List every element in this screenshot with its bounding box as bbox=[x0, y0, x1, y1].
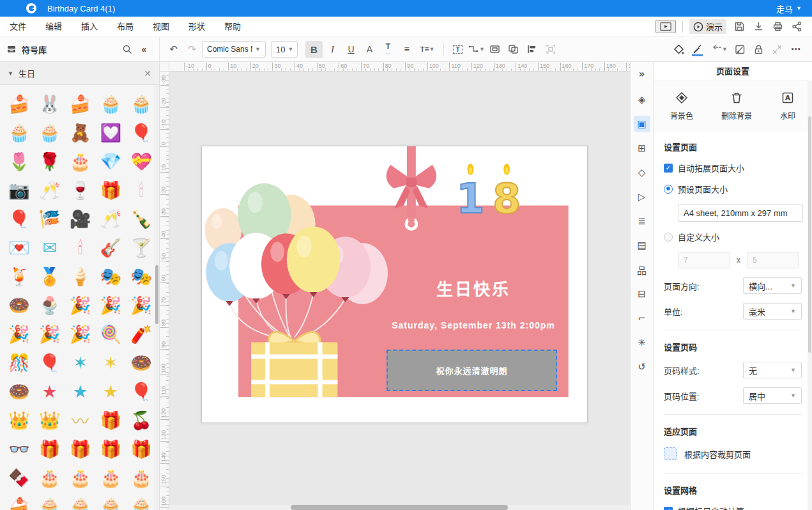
line-color-button[interactable] bbox=[689, 41, 706, 58]
video-camera-icon[interactable]: 🎥 bbox=[65, 205, 96, 233]
cheers-short-icon[interactable]: 🍷 bbox=[65, 176, 96, 204]
scrollbar-thumb[interactable] bbox=[155, 265, 158, 324]
tulip-icon[interactable]: 🌷 bbox=[4, 148, 34, 175]
heart-balloon-pair-icon[interactable]: 🎈 bbox=[34, 349, 65, 376]
crop-to-content-button[interactable]: 根据内容裁剪页面 bbox=[664, 447, 802, 460]
heart-cake-icon[interactable]: 🍰 bbox=[4, 90, 34, 118]
unit-select[interactable]: 毫米▼ bbox=[743, 303, 802, 320]
cocktail-lemon-icon[interactable]: 🍹 bbox=[4, 263, 34, 290]
font-family-select[interactable]: Comic Sans MS▼ bbox=[202, 41, 266, 58]
radio-unselected-icon[interactable] bbox=[664, 233, 673, 242]
orientation-select[interactable]: 横向...▼ bbox=[743, 277, 802, 294]
components-icon[interactable]: ⊞ bbox=[634, 140, 650, 157]
party-hat-cyan-icon[interactable]: 🎉 bbox=[95, 291, 126, 319]
present-button[interactable]: 演示 bbox=[689, 19, 726, 34]
guitar-icon[interactable]: 🎸 bbox=[95, 234, 126, 261]
party-hat-stripe-icon[interactable]: 🎉 bbox=[65, 320, 96, 348]
cheers-wine-icon[interactable]: 🥂 bbox=[34, 176, 65, 204]
save-button[interactable] bbox=[733, 21, 746, 33]
underline-button[interactable]: U bbox=[342, 41, 360, 58]
party-hat-green-icon[interactable]: 🎉 bbox=[65, 291, 96, 319]
cupcake-chocolate-icon[interactable]: 🧁 bbox=[126, 493, 157, 510]
donut-red-icon[interactable]: 🍩 bbox=[4, 378, 34, 405]
auto-expand-row[interactable]: ✓ 自动拓展页面大小 bbox=[664, 162, 802, 174]
balloon-cluster[interactable] bbox=[204, 183, 388, 306]
star-yellow-icon[interactable]: ★ bbox=[95, 378, 126, 405]
close-icon[interactable]: ✕ bbox=[144, 68, 151, 79]
page-settings-icon[interactable]: ▣ bbox=[634, 116, 650, 132]
auto-calc-row[interactable]: ✓ 根据标尺自动计算 bbox=[664, 505, 802, 510]
donut-chocolate-icon[interactable]: 🍩 bbox=[126, 349, 157, 376]
width-input[interactable]: 7 bbox=[678, 252, 730, 268]
donut-pink-icon[interactable]: 🍩 bbox=[4, 291, 34, 319]
bunting-icon[interactable]: 🎏 bbox=[34, 205, 65, 233]
align-button[interactable]: ≡ bbox=[398, 41, 415, 58]
party-hat-teal-icon[interactable]: 🎉 bbox=[4, 320, 34, 348]
h-scrollbar[interactable] bbox=[169, 505, 630, 510]
italic-button[interactable]: I bbox=[324, 41, 341, 58]
hbd-heart-icon[interactable]: 💟 bbox=[95, 119, 126, 146]
teddy-bear-icon[interactable]: 🧸 bbox=[65, 119, 96, 146]
cupcake-swirl-icon[interactable]: 🧁 bbox=[95, 90, 126, 118]
user-menu[interactable]: 走马▼ bbox=[776, 3, 802, 15]
preset-size-row[interactable]: 预设页面大小 bbox=[664, 183, 802, 195]
fill-color-button[interactable] bbox=[670, 41, 687, 58]
bold-button[interactable]: B bbox=[305, 41, 323, 58]
print-button[interactable] bbox=[771, 21, 784, 33]
party-hat-blue-icon[interactable]: 🎉 bbox=[126, 291, 157, 319]
chocolate-cake-icon[interactable]: 🎂 bbox=[34, 464, 65, 491]
sundae-icon[interactable]: 🍨 bbox=[34, 291, 65, 319]
envelope-open-icon[interactable]: ✉ bbox=[34, 234, 65, 261]
height-input[interactable]: 5 bbox=[747, 252, 799, 268]
gift-yellow-icon[interactable]: 🎁 bbox=[95, 406, 126, 434]
star-blue-icon[interactable]: ★ bbox=[65, 378, 96, 405]
line-style-button[interactable]: ▼ bbox=[707, 41, 730, 58]
document-page[interactable]: 1 8 bbox=[201, 146, 588, 423]
undo-button[interactable]: ↶ bbox=[165, 41, 182, 58]
cupcake-candle-icon[interactable]: 🧁 bbox=[65, 493, 96, 510]
text-box-button[interactable]: T bbox=[449, 41, 466, 58]
lock-button[interactable] bbox=[750, 41, 767, 58]
mask-navy-icon[interactable]: 🎭 bbox=[126, 263, 157, 290]
award-rosette-icon[interactable]: 🏅 bbox=[34, 263, 65, 290]
heart-box-icon[interactable]: 💝 bbox=[126, 148, 157, 175]
earrings-icon[interactable]: 🍒 bbox=[126, 406, 157, 434]
floor-plan-icon[interactable]: ⊟ bbox=[634, 286, 650, 302]
pink-cake-icon[interactable]: 🍰 bbox=[4, 493, 34, 510]
delete-background-button[interactable]: 删除背景 bbox=[721, 91, 752, 121]
line-spacing-button[interactable]: T≡▼ bbox=[417, 41, 438, 58]
scrollbar-thumb[interactable] bbox=[808, 116, 811, 353]
slideshow-icon[interactable]: ▷ bbox=[634, 189, 650, 205]
menu-insert[interactable]: 插入 bbox=[72, 17, 107, 36]
font-size-select[interactable]: 10▼ bbox=[271, 41, 298, 58]
menu-file[interactable]: 文件 bbox=[0, 17, 36, 36]
watermark-button[interactable]: A 水印 bbox=[780, 91, 795, 121]
camera-icon[interactable]: 📷 bbox=[4, 176, 34, 204]
birthday-cake-icon[interactable]: 🎂 bbox=[126, 464, 157, 491]
gift-red-icon[interactable]: 🎁 bbox=[95, 176, 126, 204]
category-header[interactable]: ▼ 生日 ✕ bbox=[0, 62, 159, 85]
hearts-cake-icon[interactable]: 🎂 bbox=[95, 464, 126, 491]
tiered-cake-icon[interactable]: 🎂 bbox=[65, 148, 96, 175]
bunny-icon[interactable]: 🐰 bbox=[34, 90, 65, 118]
envelope-heart-icon[interactable]: 💌 bbox=[4, 234, 34, 261]
menu-help[interactable]: 帮助 bbox=[215, 17, 250, 36]
cupcake-purple-icon[interactable]: 🧁 bbox=[95, 493, 126, 510]
star-wand-yellow-icon[interactable]: ✶ bbox=[95, 349, 126, 376]
panel-scrollbar[interactable] bbox=[808, 81, 812, 510]
cupcake-white-icon[interactable]: 🧁 bbox=[4, 119, 34, 146]
download-button[interactable] bbox=[752, 21, 765, 33]
candelabra-icon[interactable]: 🕯 bbox=[65, 234, 96, 261]
candle-cake-icon[interactable]: 🎂 bbox=[65, 464, 96, 491]
long-cake-icon[interactable]: 🍫 bbox=[4, 464, 34, 491]
round-glasses-icon[interactable]: 👓 bbox=[4, 435, 34, 463]
lollipop-icon[interactable]: 🍭 bbox=[95, 320, 126, 348]
ice-cream-cone-icon[interactable]: 🍦 bbox=[65, 263, 96, 290]
align-objects-button[interactable] bbox=[523, 41, 540, 58]
layers-icon[interactable]: ◇ bbox=[634, 164, 650, 181]
balloon-yellow-icon[interactable]: 🎈 bbox=[4, 205, 34, 233]
star-red-icon[interactable]: ★ bbox=[34, 378, 65, 405]
crown-teal-icon[interactable]: 👑 bbox=[34, 406, 65, 434]
picture-icon[interactable]: ▤ bbox=[634, 237, 650, 254]
cake-slice-icon[interactable]: 🍰 bbox=[65, 90, 96, 118]
